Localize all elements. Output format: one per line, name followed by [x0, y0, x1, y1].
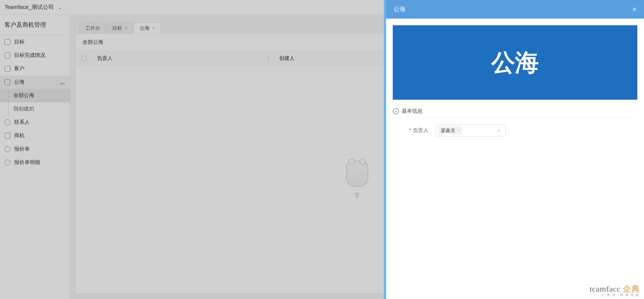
required-mark: * [410, 127, 411, 133]
section-basic-info[interactable]: ✓ 基本信息 [393, 108, 637, 115]
tab-target[interactable]: 目标 × [106, 22, 134, 33]
column-label: 创建人 [279, 55, 295, 62]
remove-tag-icon[interactable]: × [457, 128, 460, 133]
more-icon[interactable]: … [60, 79, 65, 85]
sort-icon[interactable]: ▲▼ [267, 56, 270, 61]
sidebar-sub-label: 全部公海 [13, 92, 34, 99]
close-icon[interactable]: × [152, 26, 155, 31]
sidebar-item-label: 目标 [14, 39, 25, 45]
drawer-title: 公海 [394, 6, 405, 13]
empty-text: 暂 [355, 192, 360, 199]
sidebar-item-label: 客户 [14, 65, 25, 72]
drawer-hero: 公海 [393, 25, 637, 100]
sidebar-item-target[interactable]: 目标 [0, 35, 70, 49]
target-icon [4, 39, 10, 45]
sidebar-title: 客户及商机管理 [0, 15, 70, 35]
column-label: 负责人 [97, 55, 113, 62]
brand-footer: tcamfacc 企典 让 管 理 · 简 单 高 效 [590, 285, 640, 297]
sidebar-item-customer[interactable]: 客户 [0, 62, 70, 75]
sidebar-item-public-sea[interactable]: 公海 … [0, 75, 70, 89]
sidebar: 客户及商机管理 目标 目标完成情况 客户 公海 … 全部公海 [0, 15, 70, 299]
sidebar-item-contact[interactable]: 联系人 [0, 116, 70, 129]
drawer-header: 公海 × [386, 0, 644, 19]
section-title: 基本信息 [402, 108, 423, 115]
empty-illustration [346, 161, 368, 187]
chevron-down-icon: ⌄ [58, 5, 62, 10]
quote-detail-icon [4, 160, 10, 165]
contact-icon [4, 119, 10, 125]
sidebar-item-quote-detail[interactable]: 报价单明细 [0, 156, 70, 169]
sidebar-item-label: 报价单 [14, 146, 30, 152]
owner-input[interactable]: 廖鑫龙 × ＋ [436, 125, 506, 136]
brand-motto: 让 管 理 · 简 单 高 效 [590, 294, 640, 297]
sidebar-sub-label: 我创建的 [13, 106, 34, 112]
column-owner[interactable]: 负责人 ▲▼ [92, 55, 274, 62]
sidebar-item-label: 报价单明细 [14, 159, 40, 166]
close-icon[interactable]: × [632, 5, 637, 14]
progress-icon [4, 52, 10, 58]
company-switcher[interactable]: Teamface_测试公司 ⌄ [4, 4, 62, 11]
opportunity-icon [4, 133, 10, 139]
sidebar-item-label: 公海 [14, 79, 25, 86]
tab-public-sea[interactable]: 公海 × [133, 22, 161, 33]
hero-text: 公海 [491, 46, 539, 79]
select-all-checkbox[interactable] [76, 56, 92, 61]
tag-text: 廖鑫龙 [441, 127, 455, 134]
tab-label: 公海 [140, 25, 149, 32]
divider [393, 118, 637, 118]
brand-en: tcamfacc [590, 284, 621, 293]
check-circle-icon: ✓ [393, 108, 399, 114]
sidebar-item-target-progress[interactable]: 目标完成情况 [0, 49, 70, 62]
sidebar-item-label: 商机 [14, 132, 25, 139]
brand-cn: 企典 [623, 284, 640, 293]
quote-icon [4, 146, 10, 152]
owner-tag: 廖鑫龙 × [438, 126, 462, 135]
sidebar-item-opportunity[interactable]: 商机 [0, 129, 70, 142]
customer-icon [4, 66, 10, 72]
drawer-public-sea: 公海 × 公海 ✓ 基本信息 *负责人 廖鑫龙 × ＋ tcamfac [384, 0, 644, 299]
close-icon[interactable]: × [125, 26, 127, 31]
tab-workbench[interactable]: 工作台 [79, 22, 106, 33]
tab-label: 工作台 [85, 25, 100, 32]
add-icon[interactable]: ＋ [494, 127, 503, 135]
sidebar-sub-all[interactable]: 全部公海 [0, 89, 70, 102]
company-name: Teamface_测试公司 [4, 4, 54, 10]
sidebar-item-label: 目标完成情况 [14, 52, 45, 59]
owner-label: *负责人 [393, 127, 428, 134]
tab-label: 目标 [112, 25, 122, 32]
sidebar-sub-my-created[interactable]: 我创建的 [0, 102, 70, 116]
sidebar-item-quote[interactable]: 报价单 [0, 142, 70, 156]
sidebar-item-label: 联系人 [14, 119, 30, 126]
sea-icon [4, 79, 10, 85]
form-row-owner: *负责人 廖鑫龙 × ＋ [393, 125, 637, 136]
